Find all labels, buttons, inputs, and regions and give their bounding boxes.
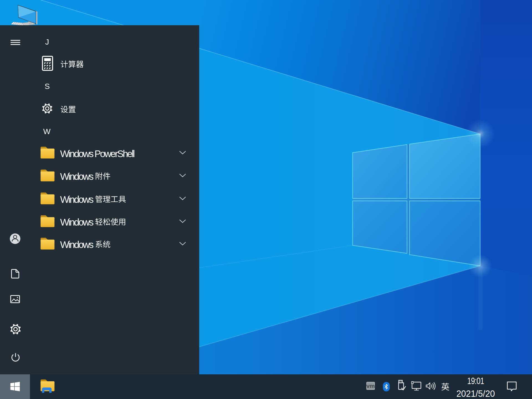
svg-text:vm: vm xyxy=(366,383,375,389)
